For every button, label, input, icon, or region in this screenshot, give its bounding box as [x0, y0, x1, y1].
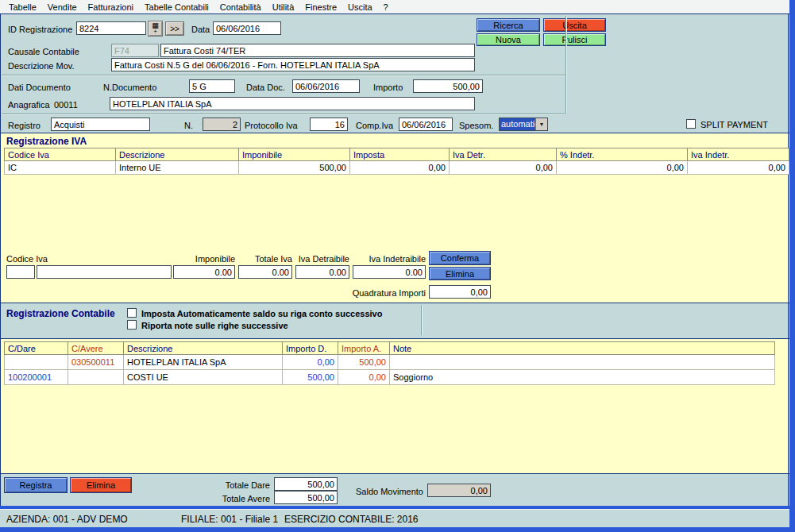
contabile-row-cell: 0,00 [283, 355, 338, 370]
importo-label: Importo [373, 82, 403, 94]
column-header: Note [390, 342, 775, 355]
contabile-row-cell: 500,00 [283, 370, 338, 385]
spesom-label: Spesom. [459, 120, 493, 132]
anagrafica-label: Anagrafica [8, 99, 50, 111]
contabile-row-cell: HOTELPLAN ITALIA SpA [124, 355, 283, 370]
entry-descrizione-field[interactable] [37, 265, 172, 279]
menu-item-1[interactable]: Vendite [42, 2, 83, 13]
statusbar-filiale: FILIALE: 001 - Filiale 1 [181, 514, 278, 525]
data-field[interactable]: 06/06/2016 [213, 21, 281, 35]
column-header: C/Dare [5, 342, 68, 355]
ricerca-button[interactable]: Ricerca [477, 18, 540, 32]
menu-item-5[interactable]: Utilità [267, 2, 300, 13]
column-header: Importo D. [283, 342, 338, 355]
data-doc-label: Data Doc. [246, 82, 285, 94]
causale-desc-field[interactable]: Fattura Costi 74/TER [160, 44, 475, 57]
next-record-button[interactable]: >> [165, 21, 184, 36]
iva-row[interactable]: ICInterno UE500,000,000,000,000,00 [5, 161, 789, 175]
causale-code-field[interactable]: F74 [111, 44, 159, 57]
descrizione-mov-field[interactable]: Fattura Costi N.5 G del 06/06/2016 - For… [111, 58, 475, 71]
split-payment-label: SPLIT PAYMENT [700, 119, 768, 131]
entry-totale-iva-field[interactable]: 0.00 [238, 265, 292, 279]
contabile-row[interactable]: 100200001COSTI UE500,000,00Soggiorno [5, 370, 775, 385]
contabile-row-cell: 030500011 [68, 355, 124, 370]
iva-row-cell: Interno UE [116, 161, 239, 175]
column-header: Codice Iva [5, 148, 116, 161]
conferma-button[interactable]: Conferma [429, 251, 491, 265]
dati-documento-label: Dati Documento [8, 82, 71, 94]
totale-dare-field: 500,00 [274, 477, 338, 491]
menu-item-0[interactable]: Tabelle [3, 2, 42, 13]
column-header: C/Avere [68, 342, 124, 355]
iva-section-top-border [0, 133, 789, 133]
registro-field[interactable]: Acquisti [51, 118, 150, 131]
menu-item-3[interactable]: Tabelle Contabili [139, 2, 214, 13]
comp-iva-label: Comp.Iva [356, 120, 393, 132]
elimina-iva-button[interactable]: Elimina [429, 267, 491, 280]
iva-row-cell: 0,00 [450, 161, 557, 175]
iva-row-cell: 0,00 [557, 161, 688, 175]
elimina-button[interactable]: Elimina [70, 477, 132, 493]
entry-iva-indetraibile-field[interactable]: 0.00 [353, 265, 426, 279]
iva-row-cell: 0,00 [350, 161, 450, 175]
data-doc-field[interactable]: 06/06/2016 [292, 79, 360, 93]
plus-icon: + [153, 29, 157, 35]
data-label: Data [191, 24, 210, 36]
divider-vertical [565, 16, 567, 114]
totale-dare-label: Totale Dare [203, 480, 270, 492]
importo-field[interactable]: 500,00 [413, 79, 483, 93]
uscita-button[interactable]: Uscita [543, 18, 606, 32]
n-label: N. [184, 120, 193, 132]
divider-documento [2, 75, 565, 76]
causale-contabile-label: Causale Contabile [8, 46, 79, 58]
entry-imponibile-field[interactable]: 0.00 [173, 265, 235, 279]
split-payment-checkbox[interactable] [686, 119, 696, 129]
contabile-row-cell: 500,00 [338, 355, 390, 370]
nuova-button[interactable]: Nuova [477, 33, 540, 46]
riporta-note-checkbox[interactable] [127, 320, 137, 330]
contabile-row-cell: COSTI UE [124, 370, 283, 385]
n-field: 2 [203, 118, 241, 131]
chevron-down-icon[interactable]: ▼ [535, 118, 547, 130]
contabile-row-cell: 0,00 [338, 370, 390, 385]
ndocumento-label: N.Documento [103, 82, 156, 94]
menu-item-4[interactable]: Contabilità [214, 2, 267, 13]
contabile-row-cell [5, 355, 68, 370]
iva-table: Codice IvaDescrizioneImponibileImpostaIv… [4, 148, 789, 175]
column-header: Importo A. [338, 342, 390, 355]
menu-item-6[interactable]: Finestre [299, 2, 342, 13]
contabile-row-cell [68, 370, 124, 385]
menu-item-7[interactable]: Uscita [342, 2, 378, 13]
lookup-button[interactable]: ▦ + [148, 21, 163, 37]
menu-item-2[interactable]: Fatturazioni [83, 2, 139, 13]
registro-label: Registro [8, 120, 41, 132]
contabile-section-top-border [0, 338, 789, 339]
spesom-selected-value: automatico [500, 118, 535, 130]
id-registrazione-field[interactable]: 8224 [76, 21, 146, 35]
contabile-vertical-divider [421, 305, 423, 335]
iva-table-header: Codice IvaDescrizioneImponibileImpostaIv… [5, 148, 789, 161]
menu-item-8[interactable]: ? [378, 2, 394, 13]
contabile-table-header: C/DareC/AvereDescrizioneImporto D.Import… [5, 342, 775, 355]
window-frame-right [789, 0, 795, 532]
window-frame-bottom [0, 527, 789, 532]
protocollo-iva-field[interactable]: 16 [310, 118, 348, 131]
saldo-automatico-checkbox[interactable] [127, 308, 137, 318]
pulisci-button[interactable]: Pulisci [543, 33, 606, 46]
quadratura-importi-label: Quadratura Importi [334, 287, 426, 299]
comp-iva-field[interactable]: 06/06/2016 [399, 118, 453, 131]
registra-button[interactable]: Registra [4, 477, 68, 493]
spesom-dropdown[interactable]: automatico ▼ [499, 118, 548, 131]
iva-row-cell: 0,00 [688, 161, 789, 175]
contabile-row-cell [390, 355, 775, 370]
ndocumento-field[interactable]: 5 G [189, 79, 235, 93]
column-header: Descrizione [116, 148, 239, 161]
entry-totale-iva-label: Totale Iva [238, 253, 292, 265]
entry-codice-iva-field[interactable] [6, 265, 35, 279]
entry-iva-detraibile-field[interactable]: 0.00 [295, 265, 349, 279]
anagrafica-code: 00011 [54, 99, 78, 111]
saldo-automatico-label: Imposta Automaticamente saldo su riga co… [141, 308, 382, 320]
anagrafica-desc-field[interactable]: HOTELPLAN ITALIA SpA [110, 97, 475, 110]
saldo-movimento-label: Saldo Movimento [349, 486, 423, 498]
contabile-row[interactable]: 030500011HOTELPLAN ITALIA SpA0,00500,00 [5, 355, 775, 370]
